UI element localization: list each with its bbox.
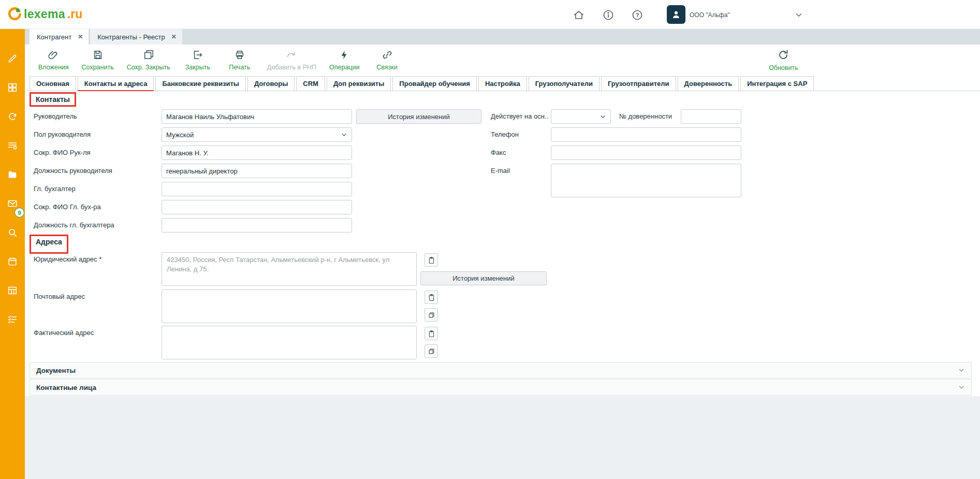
list-icon [7,140,18,151]
paste-legal-address-button[interactable] [425,253,438,267]
printer-icon [234,49,245,63]
links-label: Связки [376,64,397,71]
search-icon [7,227,18,238]
chief-accountant-short-input[interactable] [162,200,352,214]
tab-contacts-addresses[interactable]: Контакты и адреса [78,76,154,91]
sidebar: 9 [0,29,25,479]
link-icon [382,49,393,63]
close-button[interactable]: Закрыть [183,49,212,71]
chief-accountant-label: Гл. бухгалтер [34,182,76,196]
info-icon[interactable] [602,9,615,21]
contacts-section-title: Контакты [30,92,76,107]
history-button-contacts[interactable]: История изменений [356,109,481,124]
tab-bank-details[interactable]: Банковские реквизиты [155,76,246,91]
chevron-down-icon [958,367,965,374]
home-icon[interactable] [573,9,585,21]
sidebar-item-sync[interactable] [0,105,25,128]
logo-suffix: .ru [67,7,82,21]
chevron-down-icon[interactable] [794,10,803,20]
save-close-label: Сохр. Закрыть [127,64,170,71]
history-button-addresses[interactable]: История изменений [420,271,547,285]
paperclip-icon [48,49,59,63]
sidebar-item-tasks[interactable] [0,308,25,331]
section-documents-title: Документы [36,367,76,374]
mail-icon [7,198,18,209]
poa-number-input[interactable] [681,109,741,124]
app-logo[interactable]: lexema.ru [7,7,82,21]
logo-text: lexema [24,7,65,21]
tab-contracts[interactable]: Договоры [247,76,295,91]
tab-crm[interactable]: CRM [296,76,325,91]
section-documents[interactable]: Документы [30,362,972,379]
phone-input[interactable] [551,127,741,142]
checklist-icon [7,314,18,325]
sidebar-item-mail[interactable]: 9 [0,192,25,215]
paste-actual-address-button[interactable] [425,327,438,340]
empty-area [25,396,980,479]
copy-icon [428,311,435,319]
add-rnp-button: Добавить в РНП [267,49,316,71]
copy-postal-address-button[interactable] [425,308,438,322]
copy-actual-address-button[interactable] [425,344,438,358]
attachments-button[interactable]: Вложения [38,49,69,71]
tab-poa[interactable]: Доверенность [678,76,739,91]
lightning-icon [339,49,350,63]
tab-extra-props[interactable]: Доп реквизиты [327,76,391,91]
actual-address-textarea[interactable] [162,326,417,359]
tab-consignors[interactable]: Грузоотправители [601,76,676,91]
tab-education-provider[interactable]: Провайдер обучения [392,76,477,91]
links-button[interactable]: Связки [373,49,402,71]
chevron-down-icon [599,113,606,120]
director-position-input[interactable] [162,164,352,178]
postal-address-textarea[interactable] [162,289,417,323]
save-close-button[interactable]: Сохр. Закрыть [127,49,170,71]
print-button[interactable]: Печать [225,49,254,71]
operations-label: Операции [329,64,359,71]
clipboard-icon [428,294,435,301]
director-short-label: Сокр. ФИО Рук-ля [34,146,91,160]
section-contact-persons[interactable]: Контактные лица [30,379,972,396]
sidebar-item-search[interactable] [0,221,25,244]
acting-on-select[interactable] [551,109,611,124]
redo-arrow-icon [286,49,297,63]
sidebar-item-modules[interactable] [0,76,25,99]
gender-select[interactable]: Мужской [162,127,352,142]
topbar: lexema.ru ? ООО "Альфа" [0,0,980,29]
email-textarea[interactable] [551,164,741,197]
close-doc-icon [192,49,203,63]
tab-main[interactable]: Основная [30,76,76,91]
sidebar-item-edit[interactable] [0,47,25,70]
fax-input[interactable] [551,146,741,160]
sidebar-item-payments[interactable] [0,134,25,157]
doc-tab-kontragenty-reestr[interactable]: Контрагенты - Реестр ✕ [90,29,182,45]
sidebar-item-calendar[interactable] [0,250,25,273]
document-tab-bar: Контрагент ✕ Контрагенты - Реестр ✕ [25,29,980,45]
operations-button[interactable]: Операции [329,49,359,71]
chief-accountant-position-input[interactable] [162,218,352,233]
table-icon [7,285,18,296]
sidebar-item-registry[interactable] [0,279,25,302]
tab-sap-integration[interactable]: Интеграция с SAP [740,76,814,91]
director-input[interactable] [162,109,352,124]
postal-address-label: Почтовый адрес [34,289,85,304]
sidebar-item-files[interactable] [0,163,25,186]
tab-consignees[interactable]: Грузополучатели [529,76,599,91]
refresh-button[interactable]: Обновить [769,49,798,71]
current-company[interactable]: ООО "Альфа" [690,11,730,19]
acting-on-label: Действует на осн... [491,109,549,124]
chevron-down-icon [341,132,347,138]
legal-address-textarea[interactable]: 423450, Россия, Респ Татарстан, Альметье… [162,252,417,286]
save-button[interactable]: Сохранить [82,49,114,71]
chief-accountant-input[interactable] [162,182,352,196]
logo-icon [7,7,22,21]
refresh-label: Обновить [769,64,798,71]
director-short-input[interactable] [162,146,352,160]
close-tab-icon[interactable]: ✕ [171,33,177,40]
doc-tab-kontragent[interactable]: Контрагент ✕ [30,29,89,45]
tab-settings[interactable]: Настройка [478,76,527,91]
grid-icon [7,82,18,93]
paste-postal-address-button[interactable] [425,291,438,304]
user-avatar[interactable] [667,5,685,24]
close-tab-icon[interactable]: ✕ [78,33,83,40]
help-icon[interactable]: ? [631,9,643,21]
